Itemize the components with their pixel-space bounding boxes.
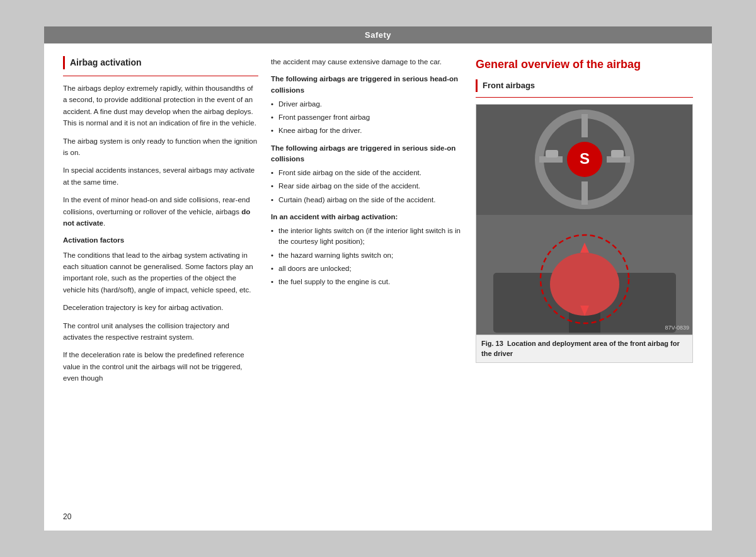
list-item: the fuel supply to the engine is cut. bbox=[271, 277, 463, 287]
divider-right bbox=[476, 97, 693, 98]
list-item: Knee airbag for the driver. bbox=[271, 125, 463, 136]
activation-factors-title: Activation factors bbox=[63, 235, 258, 246]
list-item: Front passenger front airbag bbox=[271, 112, 463, 123]
figure-13-box: S bbox=[476, 104, 693, 363]
left-column: Airbag activation The airbags deploy ext… bbox=[63, 56, 258, 390]
general-overview-title: General overview of the airbag bbox=[476, 56, 693, 73]
activation-para-2: Deceleration trajectory is key for airba… bbox=[63, 302, 258, 313]
svg-rect-7 bbox=[546, 150, 558, 158]
steering-wheel-svg: S bbox=[534, 109, 635, 210]
middle-column: the accident may cause extensive damage … bbox=[271, 56, 463, 390]
airbag-deployment-svg bbox=[493, 216, 676, 333]
figure-label: Fig. 13 bbox=[481, 340, 503, 347]
front-airbags-title: Front airbags bbox=[476, 79, 693, 92]
page-number: 20 bbox=[63, 512, 71, 521]
airbag-deployment-image: 87V-0839 bbox=[476, 215, 692, 335]
head-on-list: Driver airbag. Front passenger front air… bbox=[271, 99, 463, 137]
figure-caption-text: Location and deployment area of the fron… bbox=[481, 340, 680, 358]
header-bar: Safety bbox=[44, 26, 712, 43]
right-column: General overview of the airbag Front air… bbox=[476, 56, 693, 390]
image-reference: 87V-0839 bbox=[665, 324, 689, 333]
list-item: the interior lights switch on (if the in… bbox=[271, 226, 463, 248]
para-3: In special accidents instances, several … bbox=[63, 164, 258, 188]
airbag-activation-title: Airbag activation bbox=[63, 56, 258, 69]
activation-para-4: If the deceleration rate is below the pr… bbox=[63, 349, 258, 384]
accident-activation-list: the interior lights switch on (if the in… bbox=[271, 226, 463, 287]
continuation-text: the accident may cause extensive damage … bbox=[271, 56, 463, 67]
accident-activation-title: In an accident with airbag activation: bbox=[271, 212, 463, 222]
list-item: all doors are unlocked; bbox=[271, 263, 463, 274]
list-item: Front side airbag on the side of the acc… bbox=[271, 168, 463, 178]
activation-para-1: The conditions that lead to the airbag s… bbox=[63, 250, 258, 296]
side-on-title: The following airbags are triggered in s… bbox=[271, 143, 463, 165]
list-item: Curtain (head) airbag on the side of the… bbox=[271, 195, 463, 205]
list-item: Rear side airbag on the side of the acci… bbox=[271, 181, 463, 192]
para-4: In the event of minor head-on and side c… bbox=[63, 194, 258, 229]
svg-text:S: S bbox=[579, 150, 589, 167]
svg-rect-8 bbox=[611, 150, 624, 158]
steering-wheel-image: S bbox=[476, 105, 692, 215]
divider-left bbox=[63, 76, 258, 76]
svg-marker-13 bbox=[580, 243, 589, 253]
content-area: Airbag activation The airbags deploy ext… bbox=[44, 43, 712, 409]
para-2: The airbag system is only ready to funct… bbox=[63, 135, 258, 159]
header-title: Safety bbox=[365, 30, 391, 40]
para-1: The airbags deploy extremely rapidly, wi… bbox=[63, 83, 258, 129]
page: Safety Airbag activation The airbags dep… bbox=[44, 26, 712, 531]
activation-para-3: The control unit analyses the collision … bbox=[63, 320, 258, 343]
list-item: Driver airbag. bbox=[271, 99, 463, 110]
figure-caption: Fig. 13 Location and deployment area of … bbox=[476, 335, 692, 362]
list-item: the hazard warning lights switch on; bbox=[271, 250, 463, 261]
side-on-list: Front side airbag on the side of the acc… bbox=[271, 168, 463, 205]
head-on-title: The following airbags are triggered in s… bbox=[271, 74, 463, 96]
